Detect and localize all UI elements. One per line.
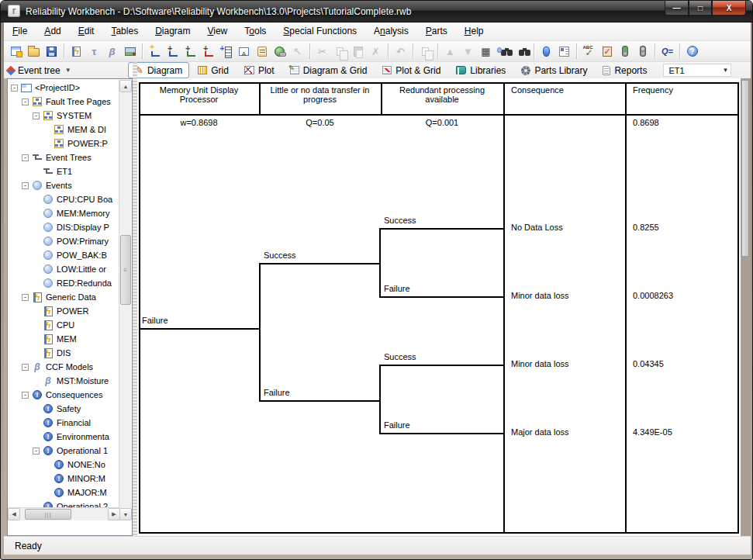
module-selector[interactable]: Event tree ▼: [4, 65, 128, 76]
collapse-expander-icon[interactable]: -: [22, 99, 29, 105]
diagram-vertical-scrollbar[interactable]: [741, 78, 751, 536]
collapse-expander-icon[interactable]: -: [22, 154, 29, 161]
collapse-expander-icon[interactable]: -: [33, 448, 40, 455]
tree-item-operational-1[interactable]: -!Operational 1: [8, 444, 119, 458]
minimize-button[interactable]: —: [665, 1, 689, 16]
menu-special-functions[interactable]: Special Functions: [275, 22, 365, 40]
tree-vertical-scrollbar[interactable]: ▲ ≡ ▼: [119, 80, 131, 520]
menu-tables[interactable]: Tables: [102, 22, 147, 40]
add-column-button[interactable]: [217, 43, 235, 60]
menu-diagram[interactable]: Diagram: [147, 22, 199, 40]
scrollbar-thumb[interactable]: |||: [25, 509, 71, 520]
save-button[interactable]: [43, 43, 60, 60]
add-image-button[interactable]: [121, 43, 139, 60]
tree-item-fault-tree-pages[interactable]: -Fault Tree Pages: [8, 95, 119, 109]
tree-item-minor-m[interactable]: !MINOR:M: [8, 472, 119, 486]
hyperlink-button[interactable]: [271, 43, 288, 60]
menu-tools[interactable]: Tools: [236, 22, 275, 40]
collapse-expander-icon[interactable]: -: [33, 112, 40, 119]
tree-item-system[interactable]: -SYSTEM: [8, 109, 119, 123]
tree-item-mem-memory[interactable]: MEM:Memory: [8, 206, 119, 220]
grid-view-button[interactable]: ▦: [477, 43, 495, 60]
beta-button[interactable]: β: [103, 43, 121, 60]
add-branch-green-button[interactable]: [181, 43, 199, 60]
status-ok-button[interactable]: [616, 43, 634, 60]
tree-item-cpu[interactable]: CPU: [8, 318, 119, 332]
find-next-button[interactable]: [513, 43, 530, 60]
tree-item-et1[interactable]: ET1: [8, 164, 119, 178]
find-button[interactable]: [495, 43, 513, 60]
tree-item-generic-data[interactable]: -Generic Data: [8, 290, 119, 304]
tab-grid[interactable]: Grid: [191, 63, 236, 78]
tree-horizontal-scrollbar[interactable]: ◀ ||| ▶: [8, 507, 120, 520]
generic-data-button[interactable]: [67, 43, 85, 60]
project-options-button[interactable]: [555, 43, 573, 60]
tree-item-dis-display-p[interactable]: DIS:Display P: [8, 220, 119, 234]
tree-item-environmenta[interactable]: !Environmenta: [8, 430, 119, 444]
menu-edit[interactable]: Edit: [70, 22, 103, 40]
tree-item-ccf-models[interactable]: -βCCF Models: [8, 360, 119, 374]
tree-item-none-no[interactable]: !NONE:No: [8, 458, 119, 472]
menu-view[interactable]: View: [199, 22, 236, 40]
open-button[interactable]: [25, 43, 43, 60]
tree-item-event-trees[interactable]: -Event Trees: [8, 150, 119, 164]
scrollbar-thumb[interactable]: ≡: [120, 235, 131, 305]
menu-help[interactable]: Help: [456, 22, 492, 40]
tab-libraries[interactable]: Libraries: [449, 63, 513, 78]
tree-item-financial[interactable]: !Financial: [8, 416, 119, 430]
consequences-button[interactable]: [253, 43, 271, 60]
menu-file[interactable]: File: [4, 22, 36, 40]
scroll-right-button[interactable]: ▶: [108, 508, 120, 520]
tree-item-power[interactable]: POWER: [8, 304, 119, 318]
validate-button[interactable]: [598, 43, 616, 60]
tree-item-pow-bak-b[interactable]: POW_BAK:B: [8, 248, 119, 262]
collapse-expander-icon[interactable]: -: [22, 294, 29, 301]
scroll-down-button[interactable]: ▼: [119, 508, 132, 520]
status-idle-button[interactable]: [634, 43, 651, 60]
tree-item-major-m[interactable]: !MAJOR:M: [8, 486, 119, 500]
event-tree-diagram[interactable]: Memory Unit Display Processorw=0.8698Lit…: [137, 78, 741, 536]
menu-add[interactable]: Add: [36, 22, 69, 40]
tree-item-pow-primary[interactable]: POW:Primary: [8, 234, 119, 248]
collapse-expander-icon[interactable]: -: [22, 392, 29, 399]
tab-parts-library[interactable]: Parts Library: [514, 63, 594, 78]
menu-parts[interactable]: Parts: [417, 22, 456, 40]
add-event-tree-button[interactable]: [146, 43, 164, 60]
tree-item-consequences[interactable]: -!Consequences: [8, 388, 119, 402]
tree-item-red-redunda[interactable]: RED:Redunda: [8, 276, 119, 290]
tab-plot-grid[interactable]: Plot & Grid: [375, 63, 447, 78]
tree-item-power-p[interactable]: POWER:P: [8, 137, 119, 150]
tree-item-mem-di[interactable]: MEM & DI: [8, 123, 119, 137]
tree-item-mem[interactable]: MEM: [8, 332, 119, 346]
spell-check-button[interactable]: [580, 43, 598, 60]
collapse-expander-icon[interactable]: -: [22, 364, 29, 371]
scrollbar-thumb[interactable]: [741, 80, 749, 257]
help-button[interactable]: [683, 43, 701, 60]
verify-button[interactable]: [537, 43, 555, 60]
new-project-button[interactable]: [7, 43, 25, 60]
add-branch-red-button[interactable]: [199, 43, 217, 60]
add-branch-blue-button[interactable]: [164, 43, 181, 60]
tab-diagram-grid[interactable]: Diagram & Grid: [283, 63, 375, 78]
tree-item-events[interactable]: -Events: [8, 178, 119, 192]
tree-item-mst-moisture[interactable]: βMST:Moisture: [8, 374, 119, 388]
event-tree-select[interactable]: ET1▼: [663, 64, 731, 77]
tree-item-cpu-cpu-boa[interactable]: CPU:CPU Boa: [8, 192, 119, 206]
tree-item-safety[interactable]: !Safety: [8, 402, 119, 416]
scroll-left-button[interactable]: ◀: [8, 508, 20, 520]
tab-reports[interactable]: Reports: [596, 63, 654, 78]
tree-item-projectid[interactable]: -<ProjectID>: [8, 81, 119, 95]
tab-plot[interactable]: Plot: [237, 63, 282, 78]
menu-analysis[interactable]: Analysis: [365, 22, 417, 40]
tau-button[interactable]: τ: [85, 43, 103, 60]
tree-item-label: POW:Primary: [57, 237, 109, 246]
collapse-expander-icon[interactable]: -: [11, 85, 18, 92]
maximize-button[interactable]: □: [689, 1, 712, 16]
add-label-button[interactable]: [235, 43, 253, 60]
q-equals-button[interactable]: Q=: [658, 43, 676, 60]
scroll-up-button[interactable]: ▲: [119, 80, 132, 92]
collapse-expander-icon[interactable]: -: [22, 182, 29, 189]
tree-item-low-little-or[interactable]: LOW:Little or: [8, 262, 119, 276]
tree-item-dis[interactable]: DIS: [8, 346, 119, 360]
close-button[interactable]: X: [712, 1, 746, 16]
